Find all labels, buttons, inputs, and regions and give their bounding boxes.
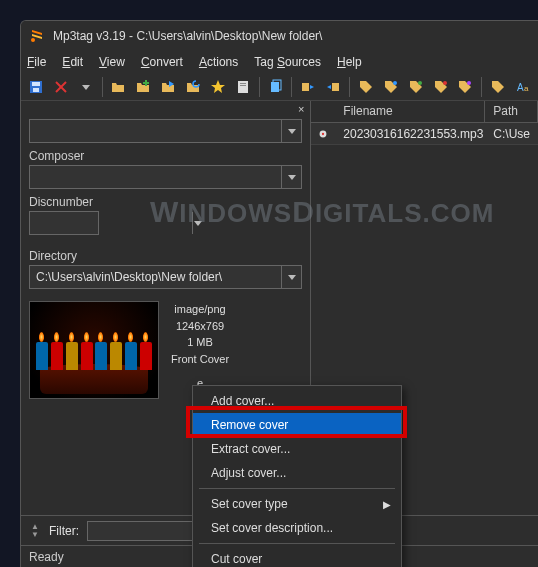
toolbar-separator — [259, 77, 260, 97]
file-type-icon — [311, 127, 335, 141]
cover-art[interactable] — [29, 301, 159, 399]
folder-open-icon[interactable] — [108, 76, 130, 98]
svg-marker-12 — [211, 80, 225, 93]
menu-actions[interactable]: Actions — [199, 55, 238, 69]
svg-rect-20 — [332, 83, 339, 91]
tag7-icon[interactable]: Aa — [512, 76, 534, 98]
chevron-down-icon[interactable] — [281, 266, 301, 288]
cover-mime: image/png — [171, 301, 229, 318]
svg-point-25 — [467, 81, 471, 85]
svg-marker-28 — [288, 129, 296, 134]
cover-dimensions: 1246x769 — [171, 318, 229, 335]
discnumber-input[interactable] — [30, 216, 192, 230]
cover-size: 1 MB — [171, 334, 229, 351]
menu-bar: File Edit View Convert Actions Tag Sourc… — [21, 51, 538, 73]
svg-point-24 — [443, 81, 447, 85]
discnumber-combo[interactable] — [29, 211, 99, 235]
svg-rect-10 — [143, 82, 149, 84]
svg-marker-8 — [82, 85, 90, 90]
menu-separator — [199, 488, 395, 489]
drop-icon[interactable] — [75, 76, 97, 98]
file-path: C:\Use — [485, 127, 538, 141]
panel-close-icon[interactable]: × — [298, 103, 304, 115]
svg-marker-30 — [194, 221, 202, 226]
svg-marker-31 — [288, 275, 296, 280]
tag2-icon[interactable] — [380, 76, 402, 98]
menu-set-cover-type[interactable]: Set cover type▶ — [193, 492, 401, 516]
folder-add-icon[interactable] — [132, 76, 154, 98]
menu-add-cover[interactable]: Add cover... — [193, 389, 401, 413]
menu-extract-cover[interactable]: Extract cover... — [193, 437, 401, 461]
submenu-arrow-icon: ▶ — [383, 499, 391, 510]
svg-rect-18 — [302, 83, 309, 91]
menu-cut-cover[interactable]: Cut cover — [193, 547, 401, 567]
title-combo[interactable] — [29, 119, 302, 143]
col-filename[interactable]: Filename — [335, 101, 485, 122]
svg-marker-0 — [32, 30, 42, 35]
composer-combo[interactable] — [29, 165, 302, 189]
chevron-down-icon[interactable] — [192, 212, 203, 234]
chevron-down-icon[interactable] — [281, 166, 301, 188]
folder-play-icon[interactable] — [157, 76, 179, 98]
svg-marker-21 — [327, 85, 331, 89]
favorite-icon[interactable] — [207, 76, 229, 98]
file-header: Filename Path — [311, 101, 538, 123]
menu-adjust-cover[interactable]: Adjust cover... — [193, 461, 401, 485]
discnumber-label: Discnumber — [29, 195, 302, 209]
chevron-down-icon[interactable] — [281, 120, 301, 142]
composer-label: Composer — [29, 149, 302, 163]
toolbar-separator — [349, 77, 350, 97]
tag6-icon[interactable] — [487, 76, 509, 98]
copy-icon[interactable] — [265, 76, 287, 98]
tag1-icon[interactable] — [355, 76, 377, 98]
folder-refresh-icon[interactable] — [182, 76, 204, 98]
svg-rect-13 — [238, 81, 248, 93]
toolbar-separator — [291, 77, 292, 97]
svg-text:A: A — [517, 82, 524, 93]
tag3-icon[interactable] — [405, 76, 427, 98]
directory-label: Directory — [29, 249, 302, 263]
file-row[interactable]: 20230316162231553.mp3 C:\Use — [311, 123, 538, 145]
directory-input[interactable] — [30, 270, 281, 284]
title-bar: Mp3tag v3.19 - C:\Users\alvin\Desktop\Ne… — [21, 21, 538, 51]
cover-type: Front Cover — [171, 351, 229, 368]
menu-remove-cover[interactable]: Remove cover — [193, 413, 401, 437]
file-name: 20230316162231553.mp3 — [335, 127, 485, 141]
menu-edit[interactable]: Edit — [62, 55, 83, 69]
svg-rect-14 — [240, 83, 246, 84]
cover-context-menu: Add cover... Remove cover Extract cover.… — [192, 385, 402, 567]
tag-to-file-icon[interactable] — [297, 76, 319, 98]
directory-combo[interactable] — [29, 265, 302, 289]
document-icon[interactable] — [232, 76, 254, 98]
menu-convert[interactable]: Convert — [141, 55, 183, 69]
menu-set-cover-desc[interactable]: Set cover description... — [193, 516, 401, 540]
col-path[interactable]: Path — [485, 101, 538, 122]
svg-point-23 — [418, 81, 422, 85]
save-icon[interactable] — [25, 76, 47, 98]
menu-help[interactable]: Help — [337, 55, 362, 69]
tag4-icon[interactable] — [430, 76, 452, 98]
svg-text:a: a — [524, 84, 529, 93]
svg-point-33 — [322, 132, 324, 134]
title-input[interactable] — [30, 124, 281, 138]
svg-point-22 — [393, 81, 397, 85]
menu-file[interactable]: File — [27, 55, 46, 69]
window-title: Mp3tag v3.19 - C:\Users\alvin\Desktop\Ne… — [53, 29, 322, 43]
filter-label: Filter: — [49, 524, 79, 538]
menu-tag-sources[interactable]: Tag Sources — [254, 55, 321, 69]
tag5-icon[interactable] — [455, 76, 477, 98]
toolbar-separator — [481, 77, 482, 97]
col-icon[interactable] — [311, 101, 335, 122]
menu-view[interactable]: View — [99, 55, 125, 69]
app-icon — [29, 28, 45, 44]
file-to-tag-icon[interactable] — [322, 76, 344, 98]
svg-rect-5 — [33, 88, 39, 92]
composer-input[interactable] — [30, 170, 281, 184]
svg-rect-4 — [32, 82, 40, 86]
toolbar: Aa — [21, 73, 538, 101]
svg-point-2 — [31, 38, 35, 42]
delete-icon[interactable] — [50, 76, 72, 98]
svg-rect-15 — [240, 85, 246, 86]
pin-icon[interactable]: ▲▼ — [29, 523, 41, 539]
menu-file-label: ile — [34, 55, 46, 69]
